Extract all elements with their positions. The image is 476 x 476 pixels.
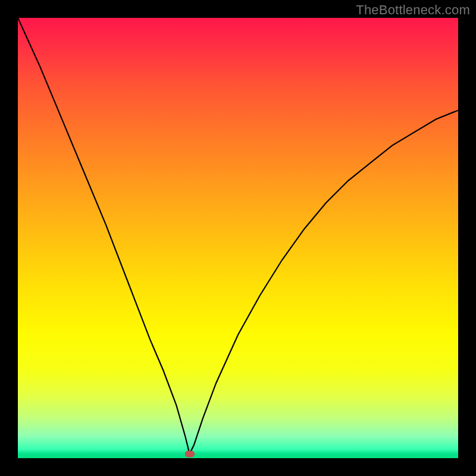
chart-frame: TheBottleneck.com <box>0 0 476 476</box>
watermark-text: TheBottleneck.com <box>356 2 470 18</box>
optimal-point-marker <box>185 450 195 457</box>
plot-area <box>18 18 458 458</box>
bottleneck-curve <box>18 18 458 458</box>
